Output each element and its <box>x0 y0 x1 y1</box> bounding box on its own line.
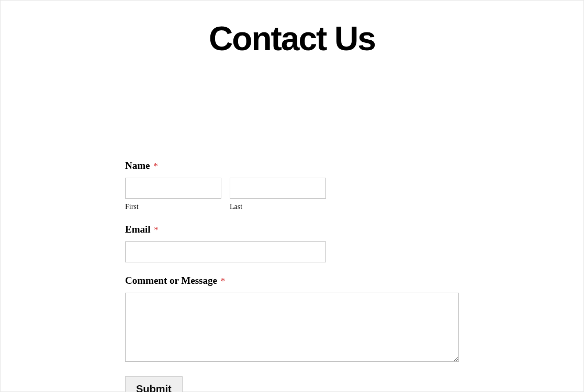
last-name-input[interactable] <box>230 178 326 199</box>
message-textarea[interactable] <box>125 293 459 362</box>
email-required-mark: * <box>154 225 159 235</box>
submit-button[interactable]: Submit <box>125 376 183 392</box>
name-field-group: Name * First Last <box>125 160 460 211</box>
page-title: Contact Us <box>1 19 583 58</box>
message-field-group: Comment or Message * <box>125 275 460 364</box>
last-name-col: Last <box>230 178 326 211</box>
first-name-sublabel: First <box>125 203 221 211</box>
contact-form: Name * First Last Email * <box>125 160 460 392</box>
last-name-sublabel: Last <box>230 203 326 211</box>
name-row: First Last <box>125 178 460 211</box>
email-label-text: Email <box>125 224 151 235</box>
email-field-group: Email * <box>125 224 460 262</box>
name-required-mark: * <box>153 161 158 171</box>
message-required-mark: * <box>221 276 226 286</box>
message-label-text: Comment or Message <box>125 275 217 286</box>
email-label: Email * <box>125 224 460 235</box>
email-input[interactable] <box>125 241 326 262</box>
name-label: Name * <box>125 160 460 171</box>
page-container: Contact Us Name * First Last Email <box>0 0 584 392</box>
first-name-col: First <box>125 178 221 211</box>
name-label-text: Name <box>125 160 150 171</box>
first-name-input[interactable] <box>125 178 221 199</box>
message-label: Comment or Message * <box>125 275 460 286</box>
